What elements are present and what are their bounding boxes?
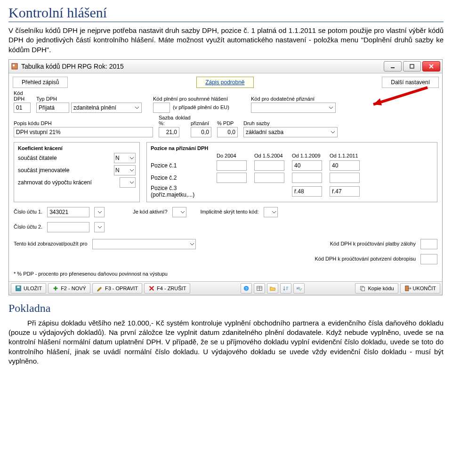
opravit-button[interactable]: F3 - OPRAVIT [92,283,142,294]
chevron-down-icon [190,242,194,246]
ucet2-dropdown[interactable] [94,222,105,232]
label-kod-dodatecne: Kód pro dodatečné přiznání [251,96,340,102]
pdp-pct-input[interactable] [217,127,238,137]
kod-dph-input[interactable] [14,103,31,113]
minimize-button[interactable] [384,61,402,71]
pozice2-2004-input[interactable] [217,173,247,183]
chevron-down-icon [328,104,334,111]
folder-icon [269,285,276,292]
citatel-value: N [115,155,120,161]
sazba-doklad-input[interactable] [159,127,179,137]
label-kod-plneni-sub: (v případě plnění do EU) [173,104,229,110]
paragraph-intro: V číselníku kódů DPH je nejprve potřeba … [8,26,444,55]
maximize-button[interactable] [403,61,421,71]
panel-title-pozice: Pozice na přiznání DPH [151,145,433,151]
label-zahrnovat: zahrnovat do výpočtu krácení [18,179,92,186]
label-pozice3: Pozice č.3 (poříz.majetku,...) [151,185,212,198]
label-popis-kodu: Popis kódu DPH [14,120,155,126]
tool-button-1[interactable] [254,283,265,294]
app-window: Tabulka kódů DPH RPG Rok: 2015 Přehled z… [8,59,443,295]
ucet1-dropdown[interactable] [94,207,105,217]
sazba-priznani-input[interactable] [191,127,211,137]
pozice2-2009-input[interactable] [292,173,322,183]
label-kod-dobropis: Kód DPH k proúčtování potvrzení dobropis… [315,256,416,262]
pozice1-2004b-input[interactable] [254,160,284,171]
edit-icon [97,285,103,292]
titlebar: Tabulka kódů DPH RPG Rok: 2015 [9,60,442,73]
cancel-icon [148,285,155,292]
tool-button-3[interactable] [280,283,291,294]
typ-dph-select[interactable]: zdanitelná plnění [71,103,142,113]
aktivni-select[interactable] [172,207,186,217]
pozice1-2004-input[interactable] [217,160,247,171]
zrusit-button[interactable]: F4 - ZRUŠIT [144,283,190,294]
chevron-down-icon [330,129,336,135]
tool-button-2[interactable] [267,283,278,294]
pozice2-2004b-input[interactable] [254,173,284,183]
label-jmenovatel: součást jmenovatele [18,167,69,174]
chevron-down-icon [134,104,140,111]
panel-pozice-priznani: Pozice na přiznání DPH Do 2004 Od 1.5.20… [146,142,437,202]
svg-rect-14 [405,286,408,291]
typ-dph-input[interactable] [36,103,69,113]
druh-sazby-select[interactable]: základní sazba [243,127,338,137]
tab-prehled-zapisu[interactable]: Přehled zápisů [13,77,68,88]
druh-sazby-value: základní sazba [246,129,283,135]
close-button[interactable] [422,61,440,71]
label-kod-zaloha: Kód DPH k proúčtování platby zálohy [330,241,416,246]
jmenovatel-select[interactable]: N [114,165,136,175]
ukoncit-button[interactable]: UKONČIT [400,283,441,294]
pozice2-2011-input[interactable] [330,173,360,183]
novy-button[interactable]: F2 - NOVÝ [48,283,90,294]
label-kod-dph: Kód DPH [14,90,32,102]
citatel-select[interactable]: N [114,153,136,163]
chevron-down-icon [180,210,185,214]
chevron-down-icon [97,225,102,230]
label-kod-plneni: Kód plnění pro souhrnné hlášení [153,96,247,102]
typ-dph-select-value: zdanitelná plnění [73,104,116,111]
skryt-select[interactable] [264,207,278,217]
kod-plneni-input[interactable] [153,103,170,113]
jmenovatel-value: N [115,167,120,174]
kopie-kodu-button[interactable]: Kopie kódu [355,283,398,294]
col-od-2004: Od 1.5.2004 [254,153,287,159]
kod-zaloha-input[interactable] [420,239,437,249]
cislo-uctu2-input[interactable] [47,222,89,232]
pozice1-2011-input[interactable] [330,160,360,171]
tab-zapis-podrobne[interactable]: Zápis podrobně [196,77,253,88]
col-od-2011: Od 1.1.2011 [330,153,363,159]
sort-icon [282,285,289,292]
tool-button-4[interactable]: ab [293,283,305,294]
copy-icon [359,285,366,292]
pozice1-2009-input[interactable] [292,160,322,171]
col-od-2009: Od 1.1.2009 [292,153,325,159]
panel-koeficient-kraceni: Koeficient krácení součást čitatele N so… [14,142,140,202]
ulozit-button[interactable]: ULOŽIT [11,283,46,294]
label-cislo-uctu1: Číslo účtu 1. [14,209,42,214]
label-druh-sazby: Druh sazby [243,120,338,126]
popis-kodu-input[interactable] [14,127,153,137]
label-pdp-pct: % PDP [217,120,240,126]
heading-kontrolni-hlaseni: Kontrolní hlášení [8,5,444,22]
help-icon: ? [243,285,250,292]
help-button[interactable]: ? [241,283,252,294]
chevron-down-icon [129,180,134,185]
kod-dodatecne-select[interactable] [251,103,336,113]
exit-icon [404,285,411,292]
zobrazovat-select[interactable] [92,239,196,249]
paragraph-pokladna: Při zápisu dokladu většího než 10.000,- … [8,318,444,366]
pozice3-2009-input[interactable] [292,186,322,197]
panel-title-koef: Koeficient krácení [18,145,136,151]
label-pozice2: Pozice č.2 [151,175,212,181]
cislo-uctu1-input[interactable] [47,207,89,217]
svg-rect-13 [362,287,365,291]
kod-dobropis-input[interactable] [420,254,437,264]
label-doklad: doklad [175,115,190,126]
chevron-down-icon [129,156,134,160]
label-pozice1: Pozice č.1 [151,162,212,169]
label-cislo-uctu2: Číslo účtu 2. [14,224,42,230]
zahrnovat-select[interactable] [120,177,136,188]
heading-pokladna: Pokladna [8,302,444,315]
pozice3-2011-input[interactable] [330,186,360,197]
label-citatel: součást čitatele [18,155,57,161]
